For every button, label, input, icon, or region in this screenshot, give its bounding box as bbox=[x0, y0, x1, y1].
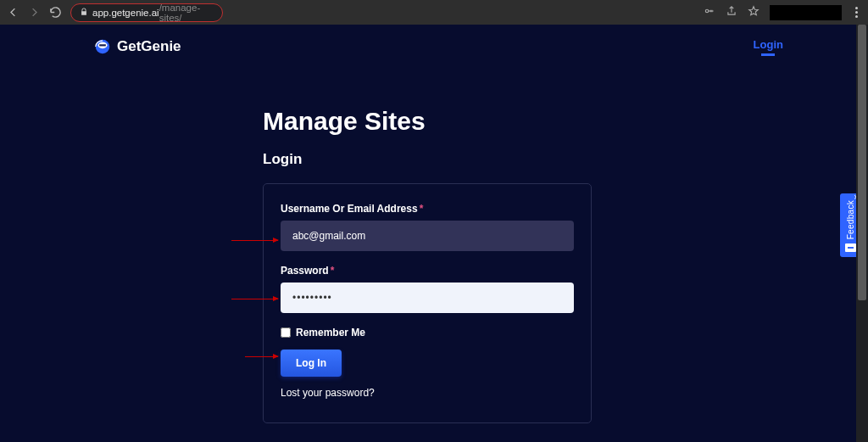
scrollbar[interactable] bbox=[856, 25, 868, 442]
feedback-label: Feedback bbox=[846, 200, 855, 239]
key-icon[interactable] bbox=[704, 5, 715, 20]
lock-icon bbox=[80, 8, 88, 18]
address-bar[interactable]: app.getgenie.ai/manage-sites/ bbox=[70, 3, 223, 22]
remember-me[interactable]: Remember Me bbox=[281, 327, 574, 338]
site-header: GetGenie Login bbox=[0, 25, 868, 69]
star-icon[interactable] bbox=[748, 5, 760, 20]
annotation-arrow bbox=[245, 356, 278, 357]
password-label: Password* bbox=[281, 265, 574, 277]
page-title: Manage Sites bbox=[263, 107, 868, 136]
mail-icon bbox=[845, 243, 856, 252]
password-input[interactable] bbox=[281, 283, 574, 313]
reload-button[interactable] bbox=[49, 6, 62, 19]
url-path: /manage-sites/ bbox=[159, 3, 214, 23]
menu-icon[interactable] bbox=[852, 7, 861, 18]
profile-redacted bbox=[770, 5, 842, 20]
genie-icon bbox=[93, 37, 112, 56]
share-icon[interactable] bbox=[726, 5, 737, 20]
login-form: Username Or Email Address* Password* Rem… bbox=[263, 183, 592, 423]
forward-button[interactable] bbox=[28, 6, 41, 19]
back-button[interactable] bbox=[7, 6, 19, 19]
url-domain: app.getgenie.ai bbox=[92, 8, 159, 18]
username-label: Username Or Email Address* bbox=[281, 203, 574, 215]
brand-name: GetGenie bbox=[117, 38, 181, 55]
username-input[interactable] bbox=[281, 221, 574, 251]
svg-point-0 bbox=[705, 9, 709, 13]
browser-chrome: app.getgenie.ai/manage-sites/ bbox=[0, 0, 868, 25]
remember-checkbox[interactable] bbox=[281, 327, 291, 338]
login-button[interactable]: Log In bbox=[281, 350, 342, 377]
brand-logo[interactable]: GetGenie bbox=[93, 37, 181, 56]
annotation-arrow bbox=[231, 240, 278, 241]
scrollbar-thumb[interactable] bbox=[858, 25, 866, 300]
annotation-arrow bbox=[231, 299, 278, 299]
login-nav-link[interactable]: Login bbox=[754, 38, 783, 56]
page: GetGenie Login Manage Sites Login Userna… bbox=[0, 25, 868, 442]
login-subtitle: Login bbox=[263, 151, 868, 168]
svg-rect-3 bbox=[99, 44, 106, 46]
lost-password-link[interactable]: Lost your password? bbox=[281, 387, 574, 399]
